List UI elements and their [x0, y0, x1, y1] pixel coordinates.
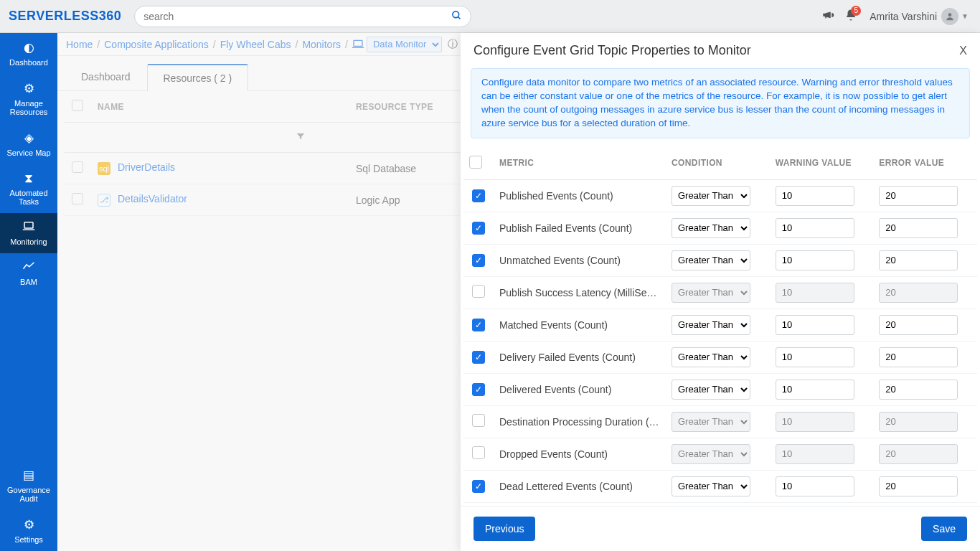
warning-input[interactable] [776, 186, 854, 206]
bell-icon[interactable]: 5 [839, 9, 862, 24]
user-menu-caret-icon[interactable]: ▼ [961, 12, 969, 20]
metric-checkbox[interactable]: ✓ [472, 222, 485, 235]
monitor-select[interactable]: Data Monitor [367, 37, 442, 52]
config-panel: Configure Event Grid Topic Properties to… [461, 33, 980, 551]
warning-input[interactable] [776, 347, 854, 367]
gear-icon: ⚙ [3, 81, 55, 96]
condition-select[interactable]: Greater Than [672, 347, 750, 367]
metric-name: Dropped Events (Count) [494, 438, 666, 470]
sidebar-item-label: Settings [14, 535, 43, 544]
metric-checkbox[interactable]: ✓ [472, 189, 485, 202]
tab-dashboard[interactable]: Dashboard [65, 63, 147, 90]
crumb-app[interactable]: Fly Wheel Cabs [220, 39, 291, 50]
info-icon[interactable]: ⓘ [448, 38, 458, 51]
metric-checkbox[interactable] [472, 414, 485, 427]
metric-name: Unmatched Events (Count) [494, 244, 666, 276]
error-input[interactable] [879, 218, 958, 238]
monitor-type-icon [352, 39, 364, 50]
metric-row: ✓Matched Events (Count)Greater Than [463, 309, 977, 341]
announce-icon[interactable] [816, 9, 839, 24]
condition-select[interactable]: Greater Than [672, 283, 750, 303]
warning-input[interactable] [776, 476, 854, 496]
resource-type-icon: sql [98, 162, 110, 175]
user-name: Amrita Varshini [870, 11, 937, 22]
error-input[interactable] [879, 186, 958, 206]
condition-select[interactable]: Greater Than [672, 412, 750, 432]
warning-input[interactable] [776, 444, 854, 464]
filter-icon[interactable] [90, 123, 349, 153]
close-icon[interactable]: X [959, 44, 967, 57]
error-input[interactable] [879, 476, 958, 496]
sidebar-item-governance[interactable]: ▤ Governance Audit [0, 461, 57, 510]
condition-select[interactable]: Greater Than [672, 380, 750, 400]
search-input[interactable] [143, 11, 451, 22]
hourglass-icon: ⧗ [3, 171, 55, 186]
condition-select[interactable]: Greater Than [672, 250, 750, 270]
metric-checkbox[interactable]: ✓ [472, 351, 485, 364]
error-input[interactable] [879, 315, 958, 335]
sidebar-item-settings[interactable]: ⚙ Settings [0, 510, 57, 551]
avatar[interactable] [941, 8, 958, 25]
metrics-select-all[interactable] [469, 156, 482, 169]
condition-select[interactable]: Greater Than [672, 186, 750, 206]
crumb-home[interactable]: Home [66, 39, 93, 50]
col-metric: METRIC [494, 147, 666, 180]
panel-description: Configure data monitor to compare two me… [471, 68, 970, 138]
tab-resources[interactable]: Resources ( 2 ) [147, 64, 249, 91]
book-icon: ▤ [3, 468, 55, 483]
metric-name: Publish Failed Events (Count) [494, 212, 666, 244]
metric-row: ✓Published Events (Count)Greater Than [463, 179, 977, 212]
error-input[interactable] [879, 412, 958, 432]
warning-input[interactable] [776, 315, 854, 335]
metric-checkbox[interactable]: ✓ [472, 254, 485, 267]
metrics-table: METRIC CONDITION WARNING VALUE ERROR VAL… [463, 147, 977, 503]
svg-rect-3 [24, 222, 33, 228]
warning-input[interactable] [776, 283, 854, 303]
sidebar-item-manage-resources[interactable]: ⚙ Manage Resources [0, 74, 57, 123]
sidebar-item-monitoring[interactable]: Monitoring [0, 213, 57, 253]
sidebar: ◐ Dashboard ⚙ Manage Resources ◈ Service… [0, 33, 57, 551]
brand-text: SERVERLESS360 [9, 9, 121, 24]
metric-name: Delivered Events (Count) [494, 373, 666, 405]
sidebar-item-dashboard[interactable]: ◐ Dashboard [0, 33, 57, 74]
chart-icon [3, 260, 55, 275]
crumb-monitors[interactable]: Monitors [302, 39, 341, 50]
sidebar-item-service-map[interactable]: ◈ Service Map [0, 123, 57, 164]
metric-checkbox[interactable] [472, 446, 485, 459]
metric-checkbox[interactable] [472, 285, 485, 298]
warning-input[interactable] [776, 412, 854, 432]
row-checkbox[interactable] [72, 193, 83, 204]
sidebar-item-bam[interactable]: BAM [0, 253, 57, 293]
crumb-composite-apps[interactable]: Composite Applications [104, 39, 209, 50]
error-input[interactable] [879, 444, 958, 464]
condition-select[interactable]: Greater Than [672, 444, 750, 464]
col-error: ERROR VALUE [873, 147, 977, 180]
error-input[interactable] [879, 250, 958, 270]
condition-select[interactable]: Greater Than [672, 218, 750, 238]
svg-point-0 [453, 11, 459, 17]
warning-input[interactable] [776, 380, 854, 400]
metric-checkbox[interactable]: ✓ [472, 383, 485, 396]
row-checkbox[interactable] [72, 161, 83, 173]
laptop-icon [3, 220, 55, 235]
error-input[interactable] [879, 380, 958, 400]
search-box[interactable] [134, 6, 471, 27]
error-input[interactable] [879, 347, 958, 367]
metric-row: Destination Processing Duration (MilliSe… [463, 405, 977, 438]
metric-row: ✓Publish Failed Events (Count)Greater Th… [463, 212, 977, 244]
warning-input[interactable] [776, 218, 854, 238]
metric-checkbox[interactable]: ✓ [472, 319, 485, 331]
warning-input[interactable] [776, 250, 854, 270]
error-input[interactable] [879, 283, 958, 303]
metric-checkbox[interactable]: ✓ [472, 480, 485, 493]
condition-select[interactable]: Greater Than [672, 315, 750, 335]
save-button[interactable]: Save [921, 517, 967, 541]
search-icon[interactable] [451, 10, 462, 23]
metric-name: Dead Lettered Events (Count) [494, 470, 666, 502]
condition-select[interactable]: Greater Than [672, 476, 750, 496]
select-all-checkbox[interactable] [72, 100, 83, 111]
resource-link[interactable]: DriverDetails [118, 161, 175, 173]
resource-link[interactable]: DetailsValidator [118, 193, 187, 204]
sidebar-item-automated-tasks[interactable]: ⧗ Automated Tasks [0, 164, 57, 213]
previous-button[interactable]: Previous [473, 517, 535, 541]
